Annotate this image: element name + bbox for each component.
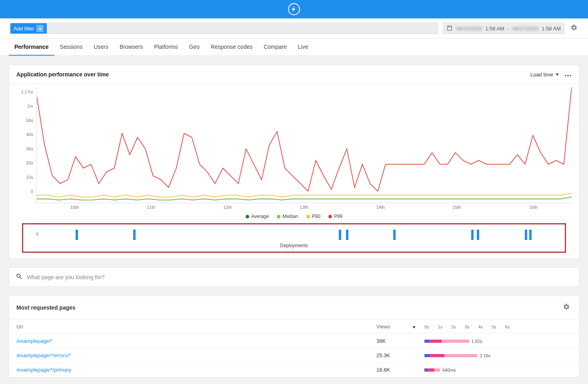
app-logo-icon [288, 3, 300, 15]
filter-row: Add filter + 09/10/2020 1:58 AM - 09/17/… [0, 18, 588, 39]
time-from: 1:58 AM [485, 26, 504, 32]
tab-users[interactable]: Users [88, 39, 114, 56]
y-tick: 40s [16, 132, 33, 137]
legend-item[interactable]: Median [277, 214, 298, 219]
table-row: /examplepage/*/primary16.8K640ms [9, 363, 579, 377]
deployment-marker[interactable] [339, 230, 341, 240]
x-tick: 10th [36, 205, 113, 210]
chart-x-axis: 10th11th12th13th14th15th16th [16, 205, 572, 210]
settings-button[interactable] [569, 22, 579, 34]
page-views: 25.3K [376, 352, 412, 358]
metric-selector[interactable]: Load time [530, 72, 559, 78]
legend-item[interactable]: Average [246, 214, 269, 219]
deployment-marker[interactable] [393, 230, 396, 240]
legend-item[interactable]: P99 [328, 214, 342, 219]
date-to: 09/17/2020 [512, 26, 538, 32]
tab-platforms[interactable]: Platforms [148, 39, 183, 56]
x-tick: 11th [113, 205, 189, 210]
performance-panel-title: Application performance over time [16, 71, 109, 78]
deployment-marker[interactable] [76, 230, 78, 240]
scale-tick: 2s [451, 324, 456, 329]
deployments-label: Deployments [25, 243, 563, 251]
deployments-zero-label: 0 [36, 232, 38, 236]
y-tick: 1.17m [16, 90, 33, 94]
page-search[interactable] [9, 268, 579, 287]
more-menu-button[interactable] [564, 71, 572, 78]
load-time-bar: 640ms [424, 368, 572, 372]
scale-tick: 5s [492, 324, 496, 329]
add-filter-button[interactable]: Add filter + [10, 23, 47, 34]
deployment-marker[interactable] [477, 230, 479, 240]
deployment-marker[interactable] [471, 230, 474, 240]
x-tick: 14th [342, 205, 419, 210]
metric-selector-label: Load time [530, 72, 553, 78]
timeline-scale: 0s1s2s3s4s5s6s [424, 324, 572, 329]
scale-tick: 0s [424, 324, 429, 329]
y-tick: 0 [16, 189, 33, 194]
chart-y-axis: 1.17m1m50s40s30s20s10s0 [16, 87, 33, 203]
chart-legend: AverageMedianP90P99 [16, 210, 572, 222]
deployment-marker[interactable] [346, 230, 348, 240]
search-icon [16, 273, 23, 282]
date-separator: - [508, 26, 509, 32]
calendar-icon [446, 25, 453, 32]
plus-icon: + [36, 25, 44, 32]
chart-plot-area[interactable] [36, 87, 572, 203]
time-to: 1:58 AM [542, 26, 561, 32]
legend-dot-icon [246, 215, 249, 218]
y-tick: 20s [16, 160, 33, 165]
scale-tick: 6s [505, 324, 510, 329]
deployment-marker[interactable] [133, 230, 136, 240]
load-time-label: 640ms [442, 368, 456, 372]
tabs: PerformanceSessionsUsersBrowsersPlatform… [0, 39, 588, 56]
chevron-down-icon [412, 326, 416, 328]
y-tick: 1m [16, 104, 33, 108]
tab-live[interactable]: Live [292, 39, 314, 56]
tab-response-codes[interactable]: Response codes [205, 39, 258, 56]
x-tick: 13th [266, 205, 342, 210]
legend-dot-icon [328, 215, 332, 218]
top-bar [0, 0, 588, 18]
page-search-input[interactable] [27, 274, 572, 280]
page-uri-link[interactable]: /examplepage/*/errors/* [16, 352, 71, 358]
y-tick: 50s [16, 118, 33, 123]
tab-browsers[interactable]: Browsers [114, 39, 148, 56]
x-tick: 16th [495, 205, 572, 210]
date-range-picker[interactable]: 09/10/2020 1:58 AM - 09/17/2020 1:58 AM [442, 22, 565, 34]
line-chart-container: 1.17m1m50s40s30s20s10s0 10th11th12th13th… [9, 84, 579, 253]
page-uri-link[interactable]: /examplepage/*/primary [16, 367, 71, 373]
load-time-bar: 2.16s [424, 354, 572, 358]
pages-panel: Most requested pages Uri Views 0s1s2s3s4… [9, 296, 579, 378]
legend-dot-icon [306, 215, 310, 218]
tab-sessions[interactable]: Sessions [54, 39, 88, 56]
legend-item[interactable]: P90 [306, 214, 320, 219]
table-row: /examplepage/*/errors/*25.3K2.16s [9, 348, 579, 363]
x-tick: 12th [189, 205, 266, 210]
pages-panel-title: Most requested pages [16, 304, 76, 311]
filter-bar[interactable]: Add filter + [9, 22, 438, 34]
y-tick: 10s [16, 175, 33, 180]
load-time-label: 2.16s [480, 353, 490, 358]
date-from: 09/10/2020 [456, 26, 482, 32]
deployment-marker[interactable] [529, 230, 532, 240]
col-views-header[interactable]: Views [376, 324, 412, 330]
tab-geo[interactable]: Geo [183, 39, 205, 56]
scale-tick: 1s [438, 324, 443, 329]
tab-performance[interactable]: Performance [9, 39, 54, 56]
tab-compare[interactable]: Compare [258, 39, 292, 56]
col-uri-header[interactable]: Uri [16, 324, 376, 330]
deployment-marker[interactable] [525, 230, 527, 240]
pages-settings-button[interactable] [561, 302, 572, 314]
scale-tick: 3s [465, 324, 470, 329]
performance-panel-header: Application performance over time Load t… [9, 65, 579, 84]
performance-panel: Application performance over time Load t… [9, 65, 579, 259]
deployments-strip: 0 Deployments [22, 223, 566, 253]
x-tick: 15th [419, 205, 495, 210]
load-time-bar: 1.82s [424, 339, 572, 343]
col-sort-header[interactable] [412, 324, 424, 330]
table-row: /examplepage/*38K1.82s [9, 334, 579, 348]
deployments-track[interactable] [46, 230, 561, 239]
page-uri-link[interactable]: /examplepage/* [16, 338, 52, 344]
legend-dot-icon [277, 215, 280, 218]
add-filter-label: Add filter [14, 26, 34, 32]
